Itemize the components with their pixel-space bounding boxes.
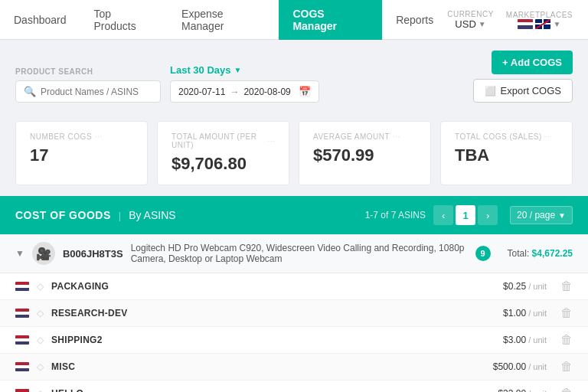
pagination-buttons: ‹ 1 › bbox=[433, 205, 498, 225]
cost-icon-3: ◇ bbox=[37, 361, 44, 372]
search-label: PRODUCT SEARCH bbox=[15, 67, 161, 76]
table-body: ▼ 🎥 B006JH8T3S Logitech HD Pro Webcam C9… bbox=[0, 234, 588, 392]
date-to: 2020-08-09 bbox=[243, 87, 290, 97]
pagination-prev[interactable]: ‹ bbox=[433, 205, 453, 225]
cost-amount-2: $3.00 / unit bbox=[503, 335, 547, 345]
stat-dots-2: ··· bbox=[393, 132, 400, 141]
cost-amount-3: $500.00 / unit bbox=[493, 361, 547, 372]
stat-card-0: NUMBER COGS ··· 17 bbox=[15, 121, 148, 185]
product-badge: 9 bbox=[475, 246, 491, 261]
date-from: 2020-07-11 bbox=[178, 87, 225, 97]
cost-row-0: ◇ PACKAGING $0.25 / unit 🗑 bbox=[0, 273, 588, 300]
stat-label-2: AVERAGE AMOUNT ··· bbox=[313, 132, 416, 141]
delete-icon-1[interactable]: 🗑 bbox=[560, 306, 573, 320]
currency-chevron: ▼ bbox=[479, 20, 486, 28]
cost-name-0: PACKAGING bbox=[51, 281, 495, 292]
cost-icon-2: ◇ bbox=[37, 335, 44, 345]
currency-value: USD bbox=[455, 18, 475, 30]
export-cogs-button[interactable]: ⬜ Export COGS bbox=[473, 79, 573, 103]
cost-name-2: SHIPPING2 bbox=[51, 335, 495, 345]
flag-small-1 bbox=[15, 309, 29, 318]
cost-rows-container: ◇ PACKAGING $0.25 / unit 🗑 ◇ RESEARCH-DE… bbox=[0, 273, 588, 392]
cost-row-2: ◇ SHIPPING2 $3.00 / unit 🗑 bbox=[0, 327, 588, 354]
nav-item-cogs-manager[interactable]: COGS Manager bbox=[279, 0, 382, 40]
stat-label-0: NUMBER COGS ··· bbox=[30, 132, 133, 141]
export-icon: ⬜ bbox=[485, 86, 496, 96]
stat-label-3: TOTAL COGS (SALES) ··· bbox=[455, 132, 558, 141]
nav-item-dashboard[interactable]: Dashboard bbox=[0, 0, 80, 40]
cost-amount-1: $1.00 / unit bbox=[503, 308, 547, 318]
search-icon: 🔍 bbox=[24, 86, 36, 97]
delete-icon-2[interactable]: 🗑 bbox=[560, 333, 573, 347]
product-total-value: $4,672.25 bbox=[532, 248, 573, 259]
flag-small-2 bbox=[15, 335, 29, 345]
per-page-selector[interactable]: 20 / page ▼ bbox=[510, 206, 573, 224]
delete-icon-0[interactable]: 🗑 bbox=[560, 279, 573, 293]
date-filter-toggle[interactable]: Last 30 Days ▼ bbox=[170, 64, 319, 76]
add-cogs-button[interactable]: + Add COGS bbox=[492, 51, 573, 74]
product-asin: B006JH8T3S bbox=[63, 248, 123, 260]
stat-card-3: TOTAL COGS (SALES) ··· TBA bbox=[440, 121, 573, 185]
export-label: Export COGS bbox=[501, 85, 561, 96]
cost-amount-4: $33.00 / unit bbox=[498, 388, 547, 392]
nav-item-reports[interactable]: Reports bbox=[382, 0, 447, 40]
expand-chevron[interactable]: ▼ bbox=[15, 248, 24, 259]
currency-selector[interactable]: CURRENCY USD ▼ bbox=[447, 10, 494, 30]
nav-item-expense-manager[interactable]: Expense Manager bbox=[168, 0, 279, 40]
stat-value-3: TBA bbox=[455, 145, 558, 165]
stat-card-2: AVERAGE AMOUNT ··· $570.99 bbox=[299, 121, 431, 185]
pagination-info: 1-7 of 7 ASINS bbox=[365, 210, 426, 220]
product-image-placeholder: 🎥 bbox=[32, 242, 55, 265]
flag-small-0 bbox=[15, 282, 29, 291]
table-title: COST OF GOODS bbox=[15, 209, 111, 221]
nav-item-top-products[interactable]: Top Products bbox=[80, 0, 168, 40]
stat-label-1: TOTAL AMOUNT (PER UNIT) ··· bbox=[172, 132, 275, 149]
currency-label: CURRENCY bbox=[447, 10, 494, 18]
cost-icon-1: ◇ bbox=[37, 308, 44, 318]
stat-value-2: $570.99 bbox=[313, 145, 416, 165]
stat-dots-0: ··· bbox=[95, 132, 103, 141]
stat-card-1: TOTAL AMOUNT (PER UNIT) ··· $9,706.80 bbox=[157, 121, 289, 185]
flag-small-4 bbox=[15, 389, 29, 392]
search-box[interactable]: 🔍 bbox=[15, 80, 161, 103]
product-total-label: Total: $4,672.25 bbox=[508, 248, 573, 259]
per-page-label: 20 / page bbox=[517, 210, 555, 220]
date-filter-chevron: ▼ bbox=[234, 66, 242, 74]
per-page-chevron: ▼ bbox=[558, 211, 566, 220]
toolbar: PRODUCT SEARCH 🔍 Last 30 Days ▼ 2020-07-… bbox=[0, 40, 588, 113]
flag-uk-icon bbox=[535, 19, 550, 29]
product-name: Logitech HD Pro Webcam C920, Widescreen … bbox=[131, 243, 468, 264]
calendar-icon: 📅 bbox=[299, 86, 311, 97]
table-subtitle: By ASINS bbox=[129, 209, 175, 221]
stat-value-1: $9,706.80 bbox=[172, 154, 275, 174]
cost-amount-0: $0.25 / unit bbox=[503, 281, 547, 292]
product-row: ▼ 🎥 B006JH8T3S Logitech HD Pro Webcam C9… bbox=[0, 234, 588, 273]
marketplace-label: MARKETPLACES bbox=[506, 11, 573, 19]
date-arrow: → bbox=[230, 87, 239, 97]
search-input[interactable] bbox=[41, 87, 152, 97]
date-filter-section: Last 30 Days ▼ 2020-07-11 → 2020-08-09 📅 bbox=[170, 64, 319, 103]
delete-icon-3[interactable]: 🗑 bbox=[560, 360, 573, 374]
action-buttons: + Add COGS ⬜ Export COGS bbox=[473, 51, 573, 103]
date-filter-label: Last 30 Days bbox=[170, 64, 231, 76]
cost-row-1: ◇ RESEARCH-DEV $1.00 / unit 🗑 bbox=[0, 300, 588, 327]
cost-icon-4: ◇ bbox=[37, 388, 44, 392]
stats-row: NUMBER COGS ··· 17 TOTAL AMOUNT (PER UNI… bbox=[0, 113, 588, 196]
date-range-picker[interactable]: 2020-07-11 → 2020-08-09 📅 bbox=[170, 80, 319, 103]
search-section: PRODUCT SEARCH 🔍 bbox=[15, 67, 161, 103]
cost-name-3: MISC bbox=[51, 361, 485, 372]
cost-name-4: HELLO bbox=[51, 388, 490, 392]
stat-dots-3: ··· bbox=[545, 132, 553, 141]
cost-row-4: ◇ HELLO $33.00 / unit 🗑 bbox=[0, 381, 588, 392]
cost-row-3: ◇ MISC $500.00 / unit 🗑 bbox=[0, 354, 588, 381]
pagination-next[interactable]: › bbox=[478, 205, 498, 225]
pagination-page-1[interactable]: 1 bbox=[456, 205, 475, 225]
flag-us-icon bbox=[518, 19, 533, 29]
delete-icon-4[interactable]: 🗑 bbox=[560, 387, 573, 392]
marketplace-chevron: ▼ bbox=[553, 20, 560, 28]
stat-value-0: 17 bbox=[30, 145, 133, 165]
flag-small-3 bbox=[15, 362, 29, 371]
marketplace-selector[interactable]: MARKETPLACES ▼ bbox=[506, 11, 573, 29]
table-sep: | bbox=[119, 210, 121, 221]
top-nav: Dashboard Top Products Expense Manager C… bbox=[0, 0, 588, 40]
